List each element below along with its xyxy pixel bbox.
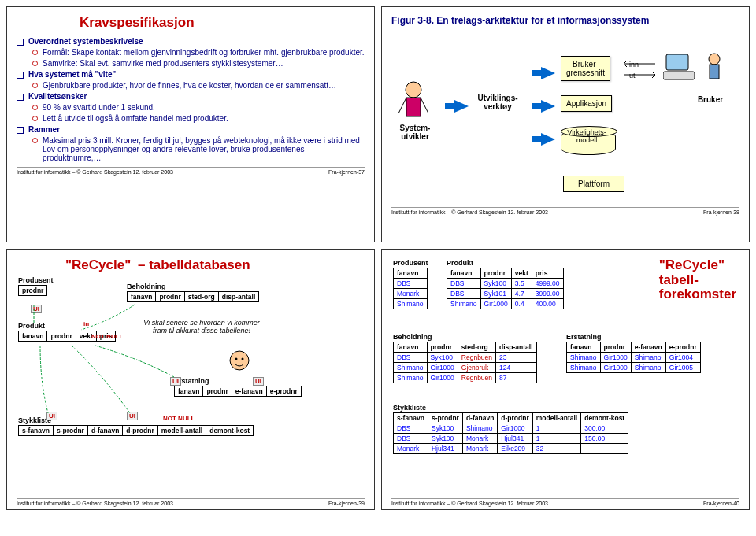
bullet-text: Rammer — [28, 125, 60, 134]
table-title-produkt: Produkt — [18, 322, 116, 330]
table-title-beholdning: Beholdning — [127, 283, 259, 290]
arrow-icon — [541, 67, 555, 79]
table-title-stykkliste: Stykkliste — [393, 404, 628, 412]
page-number: Fra-kjernen-37 — [328, 169, 365, 175]
slide-arkitektur: Figur 3-8. En trelags-arkitektur for et … — [381, 6, 750, 242]
label-verktoy: Utviklings- verktøy — [470, 94, 525, 111]
svg-point-9 — [235, 358, 238, 360]
ui-badge: UI — [253, 377, 264, 386]
box-brukergrensesnitt: Bruker- grensesnitt — [561, 56, 610, 81]
label-systemutvikler: System- utvikler — [387, 124, 443, 141]
bullet: Overordnet systembeskrivelse — [17, 37, 365, 46]
svg-rect-1 — [406, 98, 421, 116]
svg-rect-7 — [710, 65, 719, 79]
footer-left: Institutt for informatikk – © Gerhard Sk… — [391, 501, 548, 506]
table-erstatning: fanavn prodnr e-fanavn e-prodnr — [174, 386, 302, 397]
ui-badge: UI — [127, 412, 138, 420]
table-produsent: fanavnDBSMonarkShimano — [393, 268, 428, 309]
recycle-title: "ReCycle" — [659, 257, 736, 273]
architecture-diagram: System- utvikler Utviklings- verktøy Bru… — [391, 37, 739, 202]
table-title-produkt: Produkt — [447, 259, 564, 267]
figure-title: Figur 3-8. En trelags-arkitektur for et … — [391, 15, 739, 26]
table-beholdning: fanavnprodnrsted-orgdisp-antallDBSSyk100… — [393, 342, 537, 383]
table-produkt: fanavnprodnrvektprisDBSSyk1003.54999.00D… — [447, 268, 564, 309]
bullet: Rammer — [17, 125, 365, 134]
arrow-icon — [454, 100, 469, 113]
footer-left: Institutt for informatikk – © Gerhard Sk… — [17, 169, 173, 175]
recycle-subtitle: – tabelldatabasen — [138, 257, 250, 272]
box-plattform: Plattform — [563, 176, 624, 192]
table-title-erstatning: Erstatning — [174, 377, 302, 385]
inn-ut-arrows-icon — [624, 59, 662, 83]
not-null-label: NOT NULL — [163, 415, 195, 422]
note-text: Vi skal senere se hvordan vi kommer fram… — [139, 319, 265, 335]
ui-badge: UI — [170, 377, 181, 386]
arrow-icon — [541, 100, 555, 113]
arrow-icon — [541, 133, 555, 146]
footer-left: Institutt for informatikk – © Gerhard Sk… — [17, 501, 173, 506]
svg-point-8 — [230, 351, 249, 370]
bullet-text: Kvalitetsønsker — [28, 92, 87, 101]
developer-icon — [395, 80, 432, 124]
slide-footer: Institutt for informatikk – © Gerhard Sk… — [391, 207, 739, 215]
label-bruker: Bruker — [683, 95, 738, 104]
table-title-produsent: Produsent — [18, 276, 54, 284]
ui-badge: UI — [46, 412, 57, 420]
box-applikasjon: Applikasjon — [561, 95, 612, 112]
sub-bullet: Formål: Skape kontakt mellom gjenvinning… — [32, 48, 365, 57]
table-beholdning: fanavn prodnr sted-org disp-antall — [127, 291, 259, 302]
label-virkelighetsmodell: Virkelighets- modell — [559, 128, 614, 144]
sub-bullet: Lett å utvide til også å omfatte handel … — [32, 114, 365, 123]
svg-point-0 — [406, 82, 421, 98]
table-title-beholdning: Beholdning — [393, 333, 537, 341]
sub-bullet: 90 % av svartid under 1 sekund. — [32, 103, 365, 112]
recycle-title: "ReCycle" — [65, 257, 131, 272]
ui-badge: UI — [31, 305, 42, 313]
svg-rect-5 — [663, 72, 695, 79]
in-label: in — [83, 320, 89, 327]
page-number: Fra-kjernen-38 — [703, 209, 739, 215]
slide-tabelldatabasen: "ReCycle" – tabelldatabasen Produsent pr… — [6, 249, 375, 510]
sub-bullet: Maksimal pris 3 mill. Kroner, ferdig til… — [32, 136, 365, 162]
page-number: Fra-kjernen-40 — [703, 501, 739, 506]
slide-footer: Institutt for informatikk – © Gerhard Sk… — [17, 167, 365, 175]
table-stykkliste: s-fanavns-prodnrd-fanavnd-prodnrmodell-a… — [393, 412, 628, 454]
svg-point-6 — [709, 54, 720, 65]
table-stykkliste: s-fanavn s-prodnr d-fanavn d-prodnr mode… — [18, 425, 254, 436]
slide-footer: Institutt for informatikk – © Gerhard Sk… — [391, 498, 739, 506]
page-number: Fra-kjernen-39 — [328, 501, 365, 506]
not-null-label: NOT NULL — [91, 333, 123, 340]
footer-left: Institutt for informatikk – © Gerhard Sk… — [391, 209, 548, 215]
sub-bullet: Samvirke: Skal evt. samvirke med produse… — [32, 59, 365, 68]
sub-bullet: Gjenbrukbare produkter, hvor de finnes, … — [32, 81, 365, 90]
bullet: Hva systemet må "vite" — [17, 70, 365, 79]
recycle-subtitle: tabell- forekomster — [659, 273, 736, 301]
computer-icon — [663, 53, 695, 87]
bullet-text: Hva systemet må "vite" — [28, 70, 116, 79]
face-icon — [229, 350, 250, 372]
table-title-produsent: Produsent — [393, 259, 428, 267]
slide-tabellforekomster: "ReCycle" tabell- forekomster Produsent … — [381, 249, 750, 510]
table-title-erstatning: Erstatning — [566, 333, 701, 341]
svg-point-10 — [242, 358, 244, 360]
table-erstatning: fanavnprodnre-fanavne-prodnrShimanoGir10… — [566, 342, 701, 373]
bullet-text: Overordnet systembeskrivelse — [28, 37, 143, 46]
slide-title: Kravspesifikasjon — [80, 15, 365, 31]
user-icon — [702, 53, 726, 86]
bullet: Kvalitetsønsker — [17, 92, 365, 101]
table-produsent: prodnr — [18, 285, 47, 296]
svg-rect-4 — [666, 54, 688, 70]
slide-kravspesifikasjon: Kravspesifikasjon Overordnet systembeskr… — [6, 6, 375, 242]
slide-footer: Institutt for informatikk – © Gerhard Sk… — [17, 498, 365, 506]
